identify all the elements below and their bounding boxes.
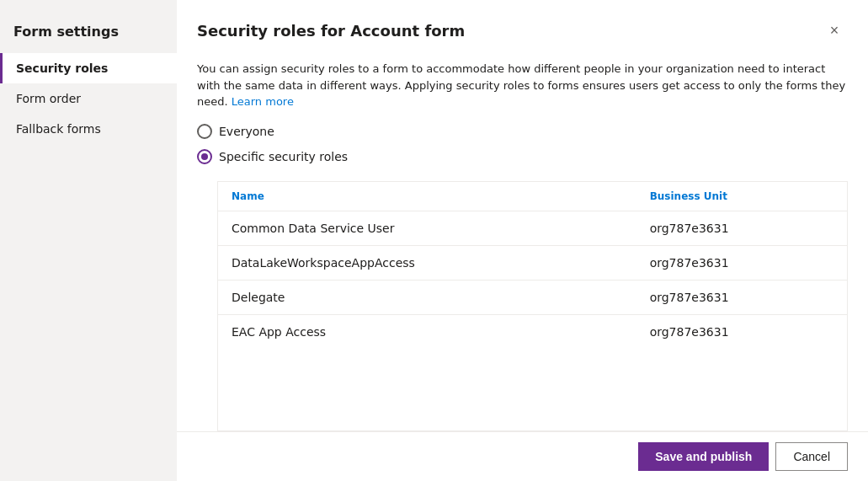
learn-more-link[interactable]: Learn more: [232, 95, 294, 108]
col-header-business-unit[interactable]: Business Unit: [636, 182, 847, 211]
table-body: Common Data Service Userorg787e3631DataL…: [218, 211, 847, 349]
radio-option-everyone[interactable]: Everyone: [197, 124, 848, 139]
sidebar-item-label: Fallback forms: [16, 122, 101, 136]
col-header-name[interactable]: Name: [218, 182, 636, 211]
dialog-title: Security roles for Account form: [197, 22, 465, 40]
cell-name: Delegate: [218, 280, 636, 314]
cell-name: DataLakeWorkspaceAppAccess: [218, 245, 636, 280]
close-icon: ×: [830, 22, 839, 40]
roles-table-area: Name Business Unit Common Data Service U…: [217, 181, 848, 432]
cancel-button[interactable]: Cancel: [775, 442, 848, 471]
sidebar-title: Form settings: [0, 13, 177, 53]
save-publish-button[interactable]: Save and publish: [638, 442, 769, 471]
main-panel: Security roles for Account form × You ca…: [177, 0, 868, 481]
table-row[interactable]: Delegateorg787e3631: [218, 280, 847, 314]
table-header-row: Name Business Unit: [218, 182, 847, 211]
radio-group: Everyone Specific security roles: [197, 124, 848, 164]
table-row[interactable]: Common Data Service Userorg787e3631: [218, 211, 847, 245]
cell-business-unit: org787e3631: [636, 211, 847, 245]
table-row[interactable]: DataLakeWorkspaceAppAccessorg787e3631: [218, 245, 847, 280]
cell-name: Common Data Service User: [218, 211, 636, 245]
cell-business-unit: org787e3631: [636, 280, 847, 314]
radio-label-specific: Specific security roles: [219, 150, 348, 163]
radio-circle-specific: [197, 149, 212, 164]
roles-table: Name Business Unit Common Data Service U…: [218, 182, 847, 349]
sidebar-item-form-order[interactable]: Form order: [0, 83, 177, 114]
radio-circle-everyone: [197, 124, 212, 139]
dialog-footer: Save and publish Cancel: [177, 431, 868, 481]
dialog-body: You can assign security roles to a form …: [177, 54, 868, 431]
cell-business-unit: org787e3631: [636, 245, 847, 280]
description-text: You can assign security roles to a form …: [197, 61, 848, 110]
sidebar-item-label: Form order: [16, 92, 81, 105]
sidebar-item-security-roles[interactable]: Security roles: [0, 53, 177, 83]
table-row[interactable]: EAC App Accessorg787e3631: [218, 314, 847, 349]
sidebar-item-fallback-forms[interactable]: Fallback forms: [0, 114, 177, 144]
sidebar: Form settings Security roles Form order …: [0, 0, 177, 481]
radio-label-everyone: Everyone: [219, 125, 274, 138]
cell-business-unit: org787e3631: [636, 314, 847, 349]
dialog-header: Security roles for Account form ×: [177, 0, 868, 54]
cell-name: EAC App Access: [218, 314, 636, 349]
table-scroll[interactable]: Name Business Unit Common Data Service U…: [218, 182, 847, 431]
sidebar-item-label: Security roles: [16, 61, 108, 75]
radio-option-specific[interactable]: Specific security roles: [197, 149, 848, 164]
close-button[interactable]: ×: [821, 17, 848, 44]
